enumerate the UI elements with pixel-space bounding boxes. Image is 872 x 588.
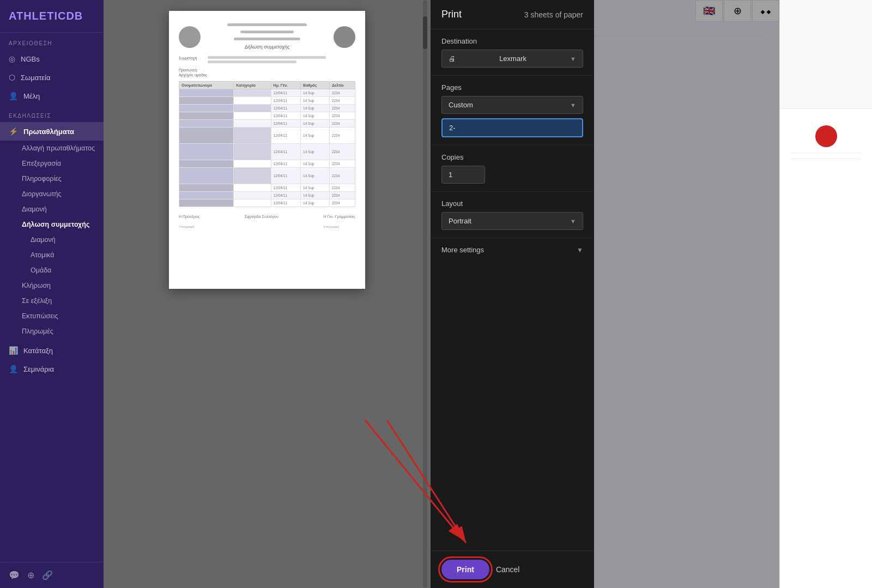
- footer-secretary: Η Γεν. Γραμματέας Υπογραφή: [323, 215, 355, 228]
- ngbs-icon: ◎: [9, 54, 15, 63]
- table-row: 12/04/11 14 Sup 2234: [179, 105, 355, 112]
- table-row: 12/04/11 14 Sup 2234: [179, 199, 355, 207]
- info-row-3: Αρχηγός ομάδας: [179, 73, 355, 77]
- preview-avatar-right: [334, 26, 355, 48]
- layout-value: Portrait: [449, 217, 471, 225]
- link-icon[interactable]: 🔗: [42, 570, 53, 580]
- sidebar-sub-dilosi-omada[interactable]: Ομάδα: [0, 263, 104, 278]
- pages-chevron-icon: ▼: [570, 102, 576, 108]
- info-line-1: [208, 56, 326, 59]
- sidebar-bottom: 💬 ⊕ 🔗: [0, 562, 104, 588]
- sidebar-item-label: Σωματεία: [21, 74, 51, 82]
- pages-field: Pages Custom ▼: [431, 76, 594, 146]
- info-left: Συμμετοχή: [179, 56, 197, 65]
- sidebar-sub-diamoni[interactable]: Διαμονή: [0, 202, 104, 217]
- divider-2: [791, 159, 861, 159]
- title-line-3: [234, 38, 300, 40]
- preview-scrollbar[interactable]: [423, 0, 427, 588]
- more-settings-section[interactable]: More settings ▼: [431, 238, 594, 262]
- flag-circle: [815, 125, 837, 147]
- chat-icon[interactable]: 💬: [9, 570, 20, 580]
- section-label-ekdilosis: ΕΚΔΗΛΩΣΕΙΣ: [0, 105, 104, 122]
- print-preview-panel: Δήλωση συμμετοχής Συμμετοχή Προσωνείς: [104, 0, 431, 588]
- sidebar-item-seminaria[interactable]: 👤 Σεμινάρια: [0, 360, 104, 378]
- sidebar-sub-dilosi-diamoni[interactable]: Διαμονή: [0, 232, 104, 247]
- sidebar-sub-dilosi-atomika[interactable]: Ατομικά: [0, 247, 104, 263]
- preview-subtitle: Δήλωση συμμετοχής: [201, 44, 334, 50]
- print-settings-panel: Print 3 sheets of paper Destination 🖨 Le…: [431, 0, 594, 588]
- sidebar-item-somatieia[interactable]: ⬡ Σωματεία: [0, 68, 104, 87]
- sidebar: ATHLETICDB ΑΡΧΕΙΟΘΕΣΗ ◎ NGBs ⬡ Σωματεία …: [0, 0, 104, 588]
- col-bathmos: Βαθμός: [301, 82, 330, 89]
- destination-label: Destination: [441, 37, 583, 45]
- print-footer: Print Cancel: [431, 550, 594, 588]
- table-row: 12/04/11 14 Sup 2234: [179, 120, 355, 128]
- title-line-1: [227, 23, 307, 26]
- sidebar-sub-diorganotis[interactable]: Διοργανωτής: [0, 186, 104, 202]
- sidebar-item-label: Πρωταθλήματα: [23, 128, 74, 136]
- championships-icon: ⚡: [9, 127, 18, 136]
- pages-custom-input[interactable]: [441, 118, 583, 137]
- settings-spacer: [431, 262, 594, 550]
- layout-select[interactable]: Portrait ▼: [441, 212, 583, 230]
- sidebar-item-label: Μέλη: [23, 92, 40, 100]
- col-onomateponymo: Ονοματεπώνυμο: [179, 82, 234, 89]
- pages-label: Pages: [441, 83, 583, 92]
- col-hm-gen: Ημ. Γέν.: [271, 82, 301, 89]
- sidebar-item-label: Σεμινάρια: [23, 365, 54, 373]
- table-row: 12/04/11 14 Sup 2234: [179, 112, 355, 120]
- sidebar-item-meli[interactable]: 👤 Μέλη: [0, 87, 104, 105]
- section-label-arxeiothesi: ΑΡΧΕΙΟΘΕΣΗ: [0, 33, 104, 50]
- table-row: 12/04/11 14 Sup 2234: [179, 128, 355, 144]
- sidebar-item-katataksi[interactable]: 📊 Κατάταξη: [0, 341, 104, 360]
- meli-icon: 👤: [9, 92, 18, 100]
- preview-header: Δήλωση συμμετοχής: [179, 22, 355, 52]
- sidebar-item-protathlimatа[interactable]: ⚡ Πρωταθλήματα: [0, 122, 104, 141]
- preview-title-block: Δήλωση συμμετοχής: [201, 22, 334, 52]
- print-overlay: Δήλωση συμμετοχής Συμμετοχή Προσωνείς: [104, 0, 779, 588]
- print-dialog-title: Print: [441, 9, 462, 20]
- preview-table-head: Ονοματεπώνυμο Κατηγορία Ημ. Γέν. Βαθμός …: [179, 82, 355, 89]
- right-panel: [779, 0, 872, 588]
- cancel-button[interactable]: Cancel: [496, 565, 520, 574]
- add-icon[interactable]: ⊕: [27, 570, 34, 580]
- info-right: [208, 56, 355, 65]
- katataksi-icon: 📊: [9, 346, 18, 355]
- sidebar-sub-ektiposeis[interactable]: Εκτυπώσεις: [0, 308, 104, 324]
- pages-value: Custom: [449, 101, 473, 109]
- copies-label: Copies: [441, 153, 583, 161]
- seminaria-icon: 👤: [9, 365, 18, 373]
- footer-seal: Σφραγίδα Συλλόγου: [245, 215, 278, 228]
- sidebar-sub-dilosi[interactable]: Δήλωση συμμετοχής: [0, 217, 104, 232]
- preview-page: Δήλωση συμμετοχής Συμμετοχή Προσωνείς: [169, 11, 365, 289]
- more-settings-chevron-icon: ▼: [577, 246, 583, 254]
- pages-select[interactable]: Custom ▼: [441, 96, 583, 114]
- app-name-highlight: DB: [66, 10, 83, 22]
- sidebar-sub-pliromes[interactable]: Πληρωμές: [0, 324, 104, 339]
- sidebar-item-ngbs[interactable]: ◎ NGBs: [0, 50, 104, 68]
- preview-avatar-left: [179, 26, 201, 48]
- chevron-down-icon: ▼: [570, 56, 576, 62]
- app-logo: ATHLETICDB: [0, 0, 104, 33]
- table-row: 12/04/11 14 Sup 2234: [179, 144, 355, 160]
- table-row: 12/04/11 14 Sup 2234: [179, 184, 355, 192]
- layout-chevron-icon: ▼: [570, 218, 576, 225]
- table-row: 12/04/11 14 Sup 2234: [179, 168, 355, 184]
- somatieia-icon: ⬡: [9, 73, 15, 82]
- col-kategoria: Κατηγορία: [234, 82, 271, 89]
- layout-field: Layout Portrait ▼: [431, 192, 594, 238]
- destination-select[interactable]: 🖨 Lexmark ▼: [441, 50, 583, 68]
- destination-field: Destination 🖨 Lexmark ▼: [431, 29, 594, 76]
- copies-input[interactable]: [441, 166, 485, 184]
- preview-info: Συμμετοχή: [179, 56, 355, 65]
- print-button[interactable]: Print: [441, 560, 489, 579]
- sidebar-sub-epexergasia[interactable]: Επεξεργασία: [0, 156, 104, 171]
- sidebar-sub-allagi[interactable]: Αλλαγή πρωταθλήματος: [0, 141, 104, 156]
- footer-president: Η Πρόεδρος Υπογραφή: [179, 215, 199, 228]
- print-dialog-header: Print 3 sheets of paper: [431, 0, 594, 29]
- preview-table-body: 12/04/11 14 Sup 2234 12/04/11 14 Sup 223…: [179, 89, 355, 207]
- preview-scrollbar-thumb[interactable]: [423, 16, 427, 49]
- sidebar-sub-pliroforites[interactable]: Πληροφορίες: [0, 171, 104, 186]
- sidebar-sub-klirosi[interactable]: Κλήρωση: [0, 278, 104, 293]
- sidebar-sub-se-exelixi[interactable]: Σε εξέλιξη: [0, 293, 104, 308]
